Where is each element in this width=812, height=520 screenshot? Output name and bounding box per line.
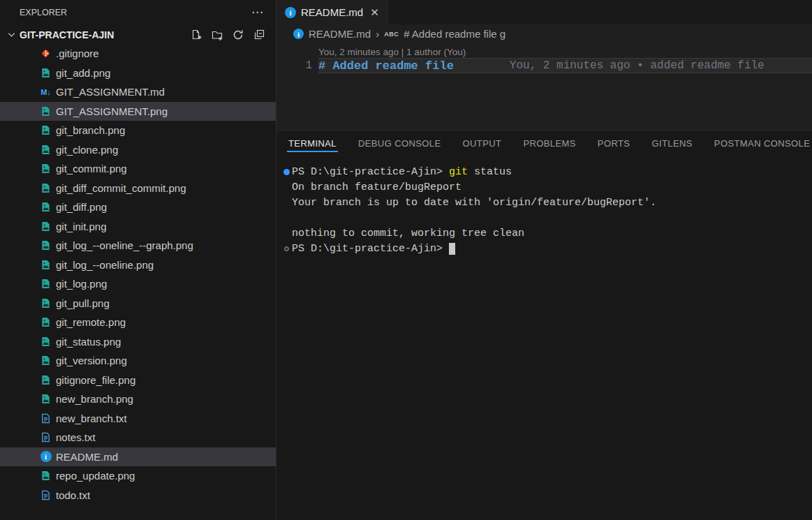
list-item[interactable]: .gitignore: [0, 44, 276, 64]
terminal[interactable]: PS D:\git-practice-Ajin> git status On b…: [276, 156, 812, 520]
file-name: git_diff.png: [56, 201, 107, 213]
list-item[interactable]: GIT_ASSIGNMENT.png: [0, 102, 276, 121]
image-file-icon: [40, 355, 52, 366]
image-file-icon: [40, 124, 52, 136]
list-item[interactable]: git_clone.png: [0, 140, 276, 160]
list-item[interactable]: notes.txt: [0, 428, 276, 447]
list-item[interactable]: git_commit.png: [0, 159, 276, 179]
collapse-all-icon[interactable]: [253, 29, 265, 40]
file-name: README.md: [56, 451, 118, 463]
tab-output[interactable]: OUTPUT: [463, 131, 502, 156]
terminal-output-line: On branch feature/bugReport: [281, 179, 812, 195]
list-item[interactable]: git_diff.png: [0, 198, 276, 217]
list-item[interactable]: git_status.png: [0, 332, 276, 352]
tab-ports[interactable]: PORTS: [598, 131, 630, 156]
file-name: git_add.png: [56, 67, 110, 79]
list-item[interactable]: git_add.png: [0, 64, 276, 83]
ellipsis-icon[interactable]: ⋯: [251, 9, 265, 16]
file-name: git_log.png: [56, 278, 107, 290]
folder-header[interactable]: GIT-PRACTICE-AJIN: [0, 25, 276, 44]
list-item[interactable]: git_log.png: [0, 274, 276, 294]
list-item[interactable]: repo_update.png: [0, 466, 276, 486]
tab-readme[interactable]: i README.md ✕: [276, 0, 388, 24]
text-file-icon: [40, 431, 52, 443]
new-folder-icon[interactable]: [212, 29, 223, 40]
tab-postman-console[interactable]: POSTMAN CONSOLE: [714, 131, 810, 156]
terminal-prompt-line[interactable]: PS D:\git-practice-Ajin>: [281, 241, 812, 256]
terminal-cursor: [449, 243, 455, 255]
file-name: GIT_ASSIGNMENT.png: [56, 105, 168, 117]
list-item[interactable]: git_pull.png: [0, 294, 276, 313]
list-item[interactable]: todo.txt: [0, 486, 276, 505]
list-item[interactable]: M↓GIT_ASSIGNMENT.md: [0, 82, 276, 102]
terminal-output-line: Your branch is up to date with 'origin/f…: [281, 195, 812, 210]
file-name: git_log_--oneline.png: [56, 259, 154, 271]
file-name: repo_update.png: [56, 470, 135, 482]
file-name: .gitignore: [56, 47, 99, 59]
image-file-icon: [40, 297, 52, 309]
image-file-icon: [40, 144, 52, 156]
file-name: git_diff_commit_commit.png: [56, 182, 186, 194]
file-name: new_branch.txt: [56, 413, 127, 424]
list-item[interactable]: git_version.png: [0, 351, 276, 371]
info-icon: i: [293, 29, 304, 39]
list-item[interactable]: new_branch.png: [0, 389, 276, 409]
list-item[interactable]: git_remote.png: [0, 313, 276, 332]
explorer-sidebar: EXPLORER ⋯ GIT-PRACTICE-AJIN: [0, 0, 276, 520]
breadcrumb-file[interactable]: README.md: [309, 28, 371, 40]
editor-tabbar: i README.md ✕: [276, 0, 812, 24]
list-item[interactable]: gitignore_file.png: [0, 371, 276, 390]
command-success-decoration-icon[interactable]: [281, 169, 292, 175]
refresh-icon[interactable]: [232, 29, 244, 40]
file-name: git_pull.png: [56, 297, 110, 309]
file-name: git_remote.png: [56, 316, 126, 328]
info-file-icon: i: [40, 451, 52, 463]
breadcrumb-symbol[interactable]: # Added readme file g: [404, 28, 505, 40]
gitlens-codelens[interactable]: You, 2 minutes ago | 1 author (You): [276, 43, 812, 58]
terminal-command-line: PS D:\git-practice-Ajin> git status: [281, 164, 812, 179]
chevron-right-icon: ›: [376, 28, 379, 40]
terminal-command: git: [449, 166, 468, 178]
markdown-file-icon: M↓: [40, 86, 52, 98]
file-name: git_version.png: [56, 355, 127, 366]
file-name: gitignore_file.png: [56, 374, 135, 386]
terminal-command-arg: status: [474, 166, 512, 178]
file-name: GIT_ASSIGNMENT.md: [56, 86, 165, 98]
image-file-icon: [40, 374, 52, 386]
file-name: git_clone.png: [56, 144, 118, 156]
terminal-blank-line: [281, 210, 812, 225]
list-item[interactable]: iREADME.md: [0, 447, 276, 467]
breadcrumb[interactable]: i README.md › ABC # Added readme file g: [276, 24, 812, 43]
file-list: .gitignore git_add.png M↓GIT_ASSIGNMENT.…: [0, 44, 276, 520]
git-file-icon: [40, 47, 52, 59]
tab-gitlens[interactable]: GITLENS: [651, 131, 692, 156]
tab-terminal[interactable]: TERMINAL: [288, 131, 337, 156]
list-item[interactable]: git_branch.png: [0, 121, 276, 140]
abc-symbol-icon: ABC: [384, 31, 399, 38]
explorer-header: EXPLORER ⋯: [0, 0, 276, 25]
list-item[interactable]: git_init.png: [0, 217, 276, 237]
image-file-icon: [40, 259, 52, 271]
inline-blame-annotation: You, 2 minutes ago • added readme file: [510, 59, 765, 72]
close-icon[interactable]: ✕: [370, 6, 379, 19]
image-file-icon: [40, 221, 52, 232]
editor-line-1[interactable]: 1 # Added readme file You, 2 minutes ago…: [276, 58, 812, 73]
info-icon: i: [285, 7, 296, 18]
terminal-output-line: nothing to commit, working tree clean: [281, 225, 812, 241]
new-file-icon[interactable]: [191, 29, 202, 40]
image-file-icon: [40, 336, 52, 348]
list-item[interactable]: git_log_--oneline_--graph.png: [0, 236, 276, 255]
panel-tabbar: TERMINAL DEBUG CONSOLE OUTPUT PROBLEMS P…: [276, 131, 812, 156]
editor-empty-space[interactable]: [276, 73, 812, 130]
image-file-icon: [40, 316, 52, 328]
list-item[interactable]: git_diff_commit_commit.png: [0, 179, 276, 198]
image-file-icon: [40, 201, 52, 213]
file-name: git_log_--oneline_--graph.png: [56, 239, 193, 251]
terminal-output-text: Your branch is up to date with 'origin/f…: [292, 197, 656, 209]
image-file-icon: [40, 182, 52, 194]
tab-debug-console[interactable]: DEBUG CONSOLE: [358, 131, 441, 156]
list-item[interactable]: git_log_--oneline.png: [0, 255, 276, 275]
tab-problems[interactable]: PROBLEMS: [523, 131, 575, 156]
list-item[interactable]: new_branch.txt: [0, 409, 276, 429]
markdown-heading-text: # Added readme file: [318, 59, 454, 73]
